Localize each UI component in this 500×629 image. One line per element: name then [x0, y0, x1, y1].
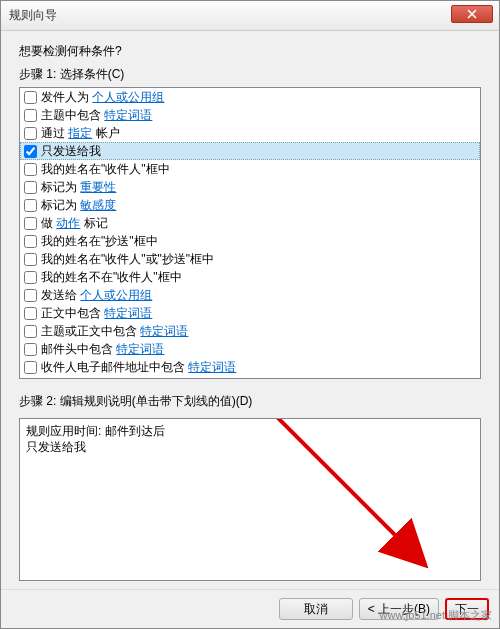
condition-checkbox[interactable] [24, 361, 37, 374]
condition-link[interactable]: 指定 [68, 126, 92, 140]
condition-row[interactable]: 做 动作 标记 [20, 214, 480, 232]
condition-row[interactable]: 我的姓名不在"收件人"框中 [20, 268, 480, 286]
condition-text: 发送给 个人或公用组 [41, 287, 152, 303]
condition-row[interactable]: 我的姓名在"收件人"或"抄送"框中 [20, 250, 480, 268]
condition-checkbox[interactable] [24, 163, 37, 176]
condition-link[interactable]: 特定词语 [104, 108, 152, 122]
condition-link[interactable]: 特定词语 [116, 342, 164, 356]
condition-checkbox[interactable] [24, 127, 37, 140]
condition-checkbox[interactable] [24, 145, 37, 158]
condition-text: 标记为 敏感度 [41, 197, 116, 213]
condition-link[interactable]: 特定词语 [188, 360, 236, 374]
rule-description-box[interactable]: 规则应用时间: 邮件到达后 只发送给我 [19, 418, 481, 581]
conditions-listbox[interactable]: 发件人为 个人或公用组主题中包含 特定词语通过 指定 帐户只发送给我我的姓名在"… [19, 87, 481, 379]
titlebar: 规则向导 [1, 1, 499, 31]
condition-text: 我的姓名不在"收件人"框中 [41, 269, 182, 285]
condition-row[interactable]: 我的姓名在"收件人"框中 [20, 160, 480, 178]
question-text: 想要检测何种条件? [19, 43, 481, 60]
condition-checkbox[interactable] [24, 307, 37, 320]
condition-text: 标记为 重要性 [41, 179, 116, 195]
condition-link[interactable]: 个人或公用组 [92, 90, 164, 104]
watermark-text: www.jb51.net 脚本之家 [380, 608, 492, 623]
condition-row[interactable]: 主题中包含 特定词语 [20, 106, 480, 124]
condition-row[interactable]: 我的姓名在"抄送"框中 [20, 232, 480, 250]
condition-text: 正文中包含 特定词语 [41, 305, 152, 321]
condition-text: 做 动作 标记 [41, 215, 108, 231]
condition-text: 主题中包含 特定词语 [41, 107, 152, 123]
condition-row[interactable]: 只发送给我 [20, 142, 480, 160]
close-button[interactable] [451, 5, 493, 23]
condition-checkbox[interactable] [24, 91, 37, 104]
description-line1: 规则应用时间: 邮件到达后 [26, 423, 474, 439]
condition-checkbox[interactable] [24, 109, 37, 122]
condition-text: 只发送给我 [41, 143, 101, 159]
condition-row[interactable]: 收件人电子邮件地址中包含 特定词语 [20, 358, 480, 376]
condition-row[interactable]: 发送给 个人或公用组 [20, 286, 480, 304]
condition-row[interactable]: 通过 指定 帐户 [20, 124, 480, 142]
condition-checkbox[interactable] [24, 289, 37, 302]
condition-text: 我的姓名在"收件人"框中 [41, 161, 170, 177]
condition-checkbox[interactable] [24, 271, 37, 284]
condition-text: 邮件头中包含 特定词语 [41, 341, 164, 357]
condition-text: 通过 指定 帐户 [41, 125, 120, 141]
condition-link[interactable]: 敏感度 [80, 198, 116, 212]
condition-checkbox[interactable] [24, 325, 37, 338]
condition-checkbox[interactable] [24, 235, 37, 248]
condition-link[interactable]: 特定词语 [104, 306, 152, 320]
condition-link[interactable]: 动作 [56, 216, 80, 230]
condition-row[interactable]: 邮件头中包含 特定词语 [20, 340, 480, 358]
condition-checkbox[interactable] [24, 181, 37, 194]
condition-link[interactable]: 个人或公用组 [80, 288, 152, 302]
condition-link[interactable]: 重要性 [80, 180, 116, 194]
condition-row[interactable]: 发件人为 个人或公用组 [20, 88, 480, 106]
window-title: 规则向导 [9, 7, 57, 24]
condition-text: 我的姓名在"抄送"框中 [41, 233, 158, 249]
cancel-button[interactable]: 取消 [279, 598, 353, 620]
condition-checkbox[interactable] [24, 343, 37, 356]
condition-checkbox[interactable] [24, 217, 37, 230]
condition-text: 我的姓名在"收件人"或"抄送"框中 [41, 251, 214, 267]
close-icon [467, 9, 477, 19]
condition-link[interactable]: 特定词语 [140, 324, 188, 338]
rules-wizard-window: 规则向导 想要检测何种条件? 步骤 1: 选择条件(C) 发件人为 个人或公用组… [0, 0, 500, 629]
condition-checkbox[interactable] [24, 199, 37, 212]
step1-label: 步骤 1: 选择条件(C) [19, 66, 481, 83]
condition-row[interactable]: 正文中包含 特定词语 [20, 304, 480, 322]
condition-row[interactable]: 主题或正文中包含 特定词语 [20, 322, 480, 340]
condition-text: 收件人电子邮件地址中包含 特定词语 [41, 359, 236, 375]
dialog-content: 想要检测何种条件? 步骤 1: 选择条件(C) 发件人为 个人或公用组主题中包含… [1, 31, 499, 589]
condition-text: 发件人为 个人或公用组 [41, 89, 164, 105]
condition-row[interactable]: 标记为 敏感度 [20, 196, 480, 214]
condition-text: 主题或正文中包含 特定词语 [41, 323, 188, 339]
condition-checkbox[interactable] [24, 253, 37, 266]
condition-row[interactable]: 标记为 重要性 [20, 178, 480, 196]
step2-label: 步骤 2: 编辑规则说明(单击带下划线的值)(D) [19, 393, 481, 410]
description-line2: 只发送给我 [26, 439, 474, 455]
